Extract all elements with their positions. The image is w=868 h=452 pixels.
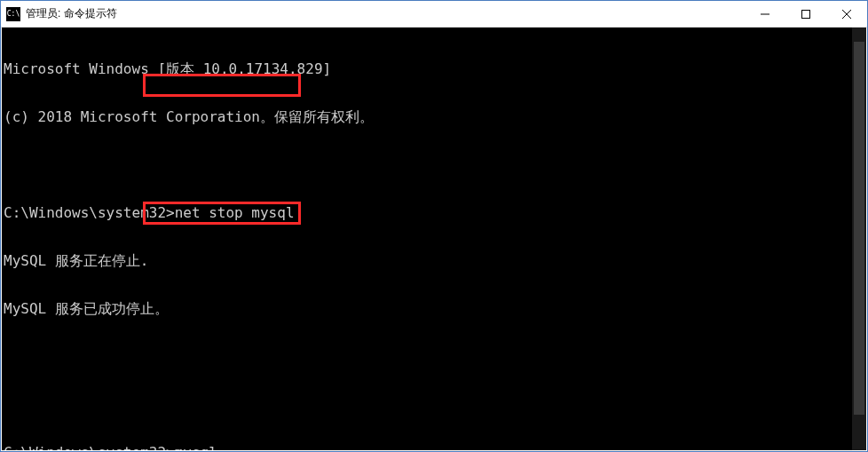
window-title: 管理员: 命令提示符 xyxy=(26,6,117,21)
terminal-line xyxy=(4,349,866,365)
maximize-icon xyxy=(801,10,810,19)
terminal-line: MySQL 服务已成功停止。 xyxy=(4,301,866,317)
terminal[interactable]: Microsoft Windows [版本 10.0.17134.829] (c… xyxy=(2,28,866,450)
maximize-button[interactable] xyxy=(785,1,826,28)
minimize-icon xyxy=(761,10,769,19)
terminal-line: C:\Windows\system32>net stop mysql xyxy=(4,205,866,221)
cmd-icon: C:\ xyxy=(6,7,20,21)
window-frame: C:\ 管理员: 命令提示符 Microsoft Windows [版本 10.… xyxy=(0,0,868,452)
titlebar[interactable]: C:\ 管理员: 命令提示符 xyxy=(1,1,867,28)
window-controls xyxy=(745,1,867,28)
minimize-button[interactable] xyxy=(745,1,785,28)
terminal-line: Microsoft Windows [版本 10.0.17134.829] xyxy=(4,61,866,77)
scrollbar-thumb[interactable] xyxy=(854,42,864,415)
terminal-line: MySQL 服务正在停止. xyxy=(4,253,866,269)
terminal-line xyxy=(4,397,866,413)
terminal-line: (c) 2018 Microsoft Corporation。保留所有权利。 xyxy=(4,109,866,125)
terminal-line xyxy=(4,157,866,173)
close-icon xyxy=(842,10,851,19)
scrollbar[interactable] xyxy=(852,28,866,450)
terminal-line: C:\Windows\system32>mysql xyxy=(4,445,866,450)
svg-rect-1 xyxy=(802,11,810,19)
close-button[interactable] xyxy=(826,1,867,28)
